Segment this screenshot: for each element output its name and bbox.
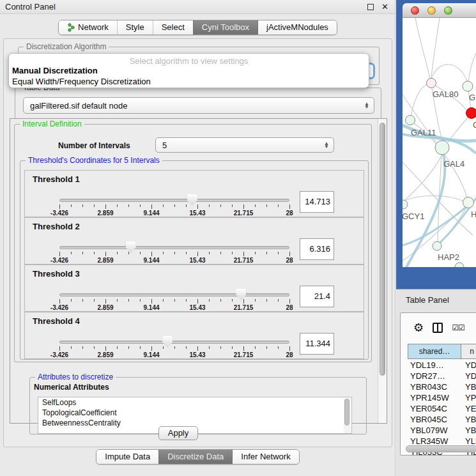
network-node-GAL80[interactable] bbox=[427, 79, 436, 88]
network-edge[interactable] bbox=[431, 65, 467, 81]
table-horizontal-scrollbar[interactable] bbox=[406, 445, 476, 452]
minimize-traffic-light-icon[interactable] bbox=[427, 6, 436, 15]
network-edge[interactable] bbox=[404, 155, 442, 201]
table-row[interactable]: YER054CYER0 bbox=[408, 404, 476, 415]
slider-track[interactable] bbox=[59, 246, 289, 249]
slider-tick bbox=[289, 346, 290, 351]
network-node-GAL4[interactable] bbox=[435, 141, 449, 155]
bottom-tab-discretize-data[interactable]: Discretize Data bbox=[158, 450, 232, 464]
slider-tick-label: 15.43 bbox=[189, 304, 205, 311]
slider-thumb[interactable] bbox=[187, 194, 197, 206]
network-node-node-red[interactable] bbox=[466, 108, 476, 119]
slider-track[interactable] bbox=[59, 341, 289, 344]
network-edge[interactable] bbox=[468, 53, 476, 81]
slider-tick bbox=[82, 252, 83, 254]
network-node-node-bottom[interactable] bbox=[455, 263, 464, 267]
control-panel-window: Control Panel ✕ NetworkStyleSelectCyni T… bbox=[0, 0, 395, 476]
slider-tick bbox=[163, 252, 164, 254]
slider-tick bbox=[71, 252, 72, 254]
network-node-GAL11[interactable] bbox=[406, 116, 415, 125]
bottom-tab-infer-network[interactable]: Infer Network bbox=[232, 450, 298, 464]
slider-track[interactable] bbox=[59, 293, 289, 296]
threshold-value-field[interactable]: 6.316 bbox=[300, 238, 334, 260]
slider-tick-label: 21.715 bbox=[234, 304, 254, 311]
slider-tick bbox=[151, 346, 152, 351]
network-edge[interactable] bbox=[410, 84, 427, 120]
slider-tick bbox=[243, 252, 244, 256]
tab-label: Cyni Toolbox bbox=[202, 22, 249, 32]
column-header-shared-name[interactable]: shared… bbox=[408, 344, 461, 359]
table-row[interactable]: YDL19…YDL1 bbox=[408, 360, 476, 371]
slider-tick-label: 15.43 bbox=[189, 257, 205, 264]
network-canvas[interactable]: GAL80GCGAL11GAL4GCY1HHAP2 bbox=[403, 18, 476, 267]
top-tab-jactivemnodules[interactable]: jActiveMNodules bbox=[257, 20, 337, 35]
settings-vertical-scrollbar[interactable] bbox=[378, 119, 387, 423]
combo-stepper-icon: ▲▼ bbox=[322, 142, 331, 148]
attributes-list-scrollbar[interactable] bbox=[344, 398, 351, 434]
table-data-combobox-value: galFiltered.sif default node bbox=[24, 101, 362, 111]
slider-tick bbox=[59, 299, 60, 303]
close-icon[interactable]: ✕ bbox=[381, 2, 388, 12]
slider-tick bbox=[117, 204, 118, 207]
bottom-tab-impute-data[interactable]: Impute Data bbox=[96, 450, 158, 464]
attribute-list-item[interactable]: TopologicalCoefficient bbox=[38, 408, 351, 418]
column-header-name[interactable]: n bbox=[461, 344, 476, 359]
network-edge[interactable] bbox=[403, 162, 473, 235]
network-node-HAP2[interactable] bbox=[433, 242, 441, 250]
table-row[interactable]: YDR27…YDR2 bbox=[408, 371, 476, 382]
split-columns-icon[interactable] bbox=[433, 323, 443, 333]
table-data-combobox[interactable]: galFiltered.sif default node ▲▼ bbox=[23, 97, 374, 114]
top-tab-network[interactable]: Network bbox=[59, 20, 117, 35]
table-row[interactable]: YPR145WYPR1 bbox=[408, 393, 476, 404]
network-node-label: GCY1 bbox=[403, 211, 424, 221]
network-edge[interactable] bbox=[415, 18, 430, 79]
network-node-GCY1[interactable] bbox=[403, 200, 408, 209]
network-graph[interactable]: GAL80GCGAL11GAL4GCY1HHAP2 bbox=[403, 18, 476, 267]
slider-tick-label: 21.715 bbox=[234, 351, 254, 358]
number-of-intervals-combobox[interactable]: 5 ▲▼ bbox=[155, 137, 334, 153]
table-row[interactable]: YBR045CYBR0 bbox=[408, 415, 476, 426]
zoom-traffic-light-icon[interactable] bbox=[444, 6, 452, 15]
slider-thumb[interactable] bbox=[236, 289, 246, 300]
cell-name: YLR3 bbox=[461, 436, 476, 446]
tab-label: jActiveMNodules bbox=[266, 22, 328, 32]
gear-icon[interactable]: ⚙ bbox=[413, 321, 424, 335]
slider-tick bbox=[163, 346, 164, 349]
slider-track[interactable] bbox=[59, 199, 289, 202]
close-traffic-light-icon[interactable] bbox=[411, 6, 419, 15]
threshold-value-field[interactable]: 11.344 bbox=[300, 333, 334, 355]
slider-tick bbox=[243, 204, 244, 209]
cell-shared-name: YDR27… bbox=[408, 371, 461, 381]
top-tab-style[interactable]: Style bbox=[117, 20, 153, 35]
cell-name: YBL0 bbox=[461, 426, 476, 435]
slider-thumb[interactable] bbox=[126, 242, 136, 253]
settings-scroll-viewport: Interval Definition Number of Intervals … bbox=[10, 118, 387, 424]
threshold-value-field[interactable]: 21.4 bbox=[300, 286, 334, 307]
network-window-titlebar[interactable] bbox=[403, 3, 476, 18]
network-node-node-top-right[interactable] bbox=[463, 81, 473, 91]
discretization-algorithm-title: Discretization Algorithm bbox=[24, 42, 109, 51]
control-panel-title: Control Panel bbox=[0, 2, 367, 12]
network-edge[interactable] bbox=[431, 18, 440, 78]
top-tab-cyni-toolbox[interactable]: Cyni Toolbox bbox=[193, 20, 257, 35]
float-window-icon[interactable] bbox=[367, 4, 374, 10]
apply-button[interactable]: Apply bbox=[158, 426, 198, 440]
table-row[interactable]: YBR043CYBR0 bbox=[408, 382, 476, 393]
slider-tick bbox=[117, 346, 118, 349]
top-tab-select[interactable]: Select bbox=[153, 20, 193, 35]
slider-tick bbox=[163, 299, 164, 302]
network-node-label: GAL4 bbox=[443, 159, 464, 169]
dropdown-item-equal-width-frequency[interactable]: Equal Width/Frequency Discretization bbox=[12, 77, 151, 86]
checkbox-icons[interactable]: ☑☑ bbox=[452, 323, 464, 332]
network-node-node-right-mid[interactable] bbox=[463, 197, 474, 208]
slider-thumb[interactable] bbox=[162, 336, 173, 348]
attribute-list-item[interactable]: SelfLoops bbox=[38, 397, 351, 408]
dropdown-item-manual-discretization[interactable]: Manual Discretization bbox=[12, 66, 98, 75]
slider-tick-label: 9.144 bbox=[143, 351, 159, 358]
thresholds-coordinates-title: Threshold's Coordinates for 5 Intervals bbox=[26, 156, 162, 165]
slider-tick bbox=[186, 346, 187, 349]
threshold-value-field[interactable]: 14.713 bbox=[300, 191, 334, 213]
slider-tick bbox=[255, 204, 256, 207]
table-row[interactable]: YBL079WYBL0 bbox=[408, 426, 476, 436]
top-tab-bar: NetworkStyleSelectCyni ToolboxjActiveMNo… bbox=[0, 20, 395, 35]
